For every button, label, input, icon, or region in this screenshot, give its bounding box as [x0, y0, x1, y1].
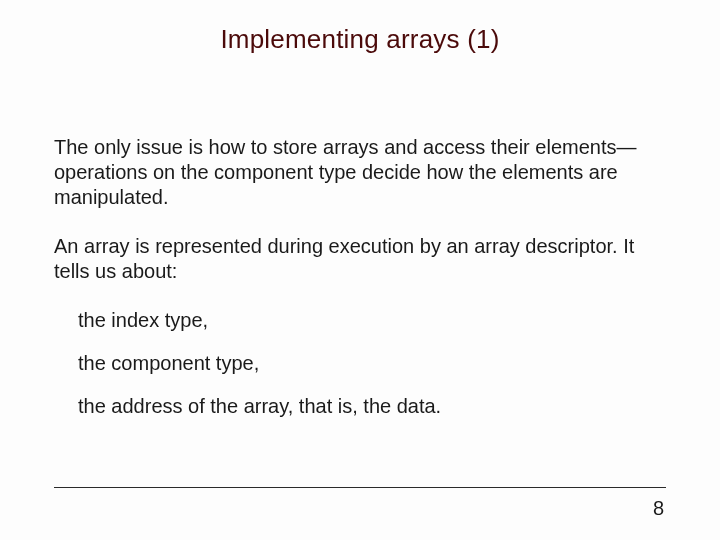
list-item: the index type, [78, 308, 666, 333]
page-number: 8 [653, 497, 664, 520]
footer-divider [54, 487, 666, 488]
slide: Implementing arrays (1) The only issue i… [0, 0, 720, 540]
list-item: the component type, [78, 351, 666, 376]
slide-title: Implementing arrays (1) [54, 24, 666, 55]
body-paragraph: The only issue is how to store arrays an… [54, 135, 666, 210]
body-paragraph: An array is represented during execution… [54, 234, 666, 284]
list-item: the address of the array, that is, the d… [78, 394, 666, 419]
